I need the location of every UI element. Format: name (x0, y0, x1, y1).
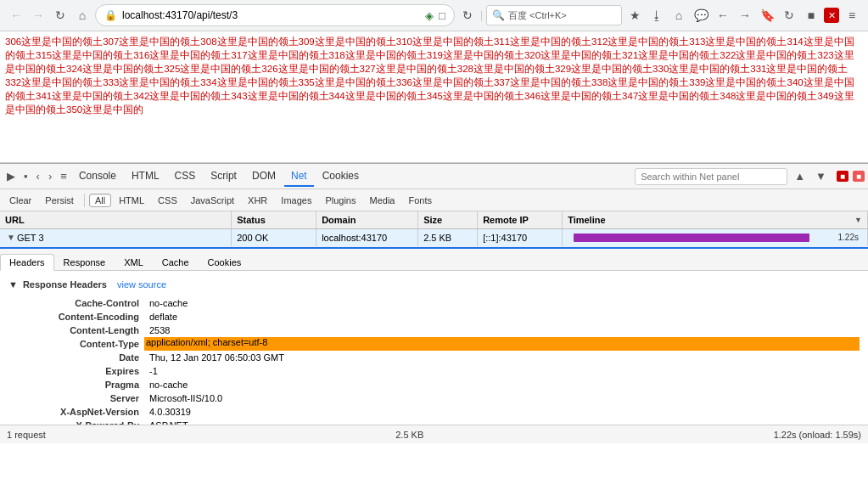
devtools-expand-btn[interactable]: ≡ (57, 168, 70, 184)
col-remoteip-header[interactable]: Remote IP (478, 211, 563, 228)
tab-dom[interactable]: DOM (245, 166, 283, 187)
devtools-toolbar: ▶ ▪ ‹ › ≡ Console HTML CSS Script DOM Ne… (0, 164, 868, 189)
table-row[interactable]: ▼ GET 3 200 OK localhost:43170 2.5 KB [:… (0, 229, 868, 247)
home-btn2[interactable]: ⌂ (669, 6, 688, 25)
devtools-search-area: ▲ ▼ ■ ■ (635, 168, 865, 185)
header-name: Pragma (8, 378, 144, 391)
close-btn[interactable]: ✕ (824, 8, 839, 23)
chat-btn[interactable]: 💬 (692, 6, 710, 25)
url-input[interactable]: localhost:43170/api/test/3 (122, 9, 420, 21)
filter-xhr[interactable]: XHR (242, 194, 273, 207)
refresh-btn2[interactable]: ↻ (458, 6, 477, 25)
size-col-label: Size (423, 215, 442, 225)
star-button[interactable]: ★ (625, 6, 644, 25)
minimize-panel-btn[interactable]: ■ (853, 171, 865, 182)
filter-html[interactable]: HTML (113, 194, 150, 207)
filter-media[interactable]: Media (363, 194, 400, 207)
header-value: -1 (144, 364, 860, 378)
col-domain-header[interactable]: Domain (316, 211, 418, 228)
requests-count: 1 request (7, 430, 46, 440)
details-tab-cache[interactable]: Cache (153, 254, 199, 270)
response-headers-section: ▼ Response Headers view source (8, 276, 860, 293)
header-row: Content-Typeapplication/xml; charset=utf… (8, 337, 860, 351)
filter-divider (84, 194, 85, 207)
header-row: Content-Length2538 (8, 324, 860, 337)
status-col-label: Status (237, 215, 266, 225)
header-value: no-cache (144, 378, 860, 391)
header-name: Content-Length (8, 324, 144, 337)
secure-icon: 🔒 (104, 9, 117, 21)
forward-button[interactable]: → (29, 6, 48, 25)
row-expand-btn[interactable]: ▼ (5, 233, 17, 242)
devtools-next-btn[interactable]: › (45, 168, 55, 184)
back-btn2[interactable]: ← (714, 6, 732, 25)
separator: | (480, 9, 483, 21)
persist-btn[interactable]: Persist (39, 194, 80, 207)
col-timeline-header[interactable]: Timeline ▼ (563, 211, 868, 228)
details-tabs: Headers Response XML Cache Cookies (0, 249, 868, 271)
header-name: Date (8, 351, 144, 364)
col-size-header[interactable]: Size (418, 211, 478, 228)
header-row: X-AspNet-Version4.0.30319 (8, 405, 860, 419)
forward-btn2[interactable]: → (736, 6, 754, 25)
tab-script[interactable]: Script (204, 166, 244, 187)
sync-btn[interactable]: ↻ (780, 6, 798, 25)
filter-fonts[interactable]: Fonts (402, 194, 438, 207)
view-source-link[interactable]: view source (117, 279, 166, 290)
details-content: ▼ Response Headers view source Cache-Con… (0, 271, 868, 425)
download-btn[interactable]: ⭳ (647, 6, 666, 25)
net-search-input[interactable] (635, 168, 787, 185)
tab-html[interactable]: HTML (125, 166, 166, 187)
devtools-prev-btn[interactable]: ‹ (33, 168, 43, 184)
search-up-btn[interactable]: ▲ (791, 168, 809, 184)
menu-btn[interactable]: ≡ (843, 6, 861, 25)
search-magnify-icon: 🔍 (492, 9, 505, 21)
headers-table: Cache-Controlno-cacheContent-Encodingdef… (8, 296, 860, 425)
clear-btn[interactable]: Clear (3, 194, 37, 207)
header-value: 4.0.30319 (144, 405, 860, 419)
bookmark-btn[interactable]: 🔖 (758, 6, 776, 25)
col-status-header[interactable]: Status (232, 211, 316, 228)
filter-all[interactable]: All (89, 194, 111, 207)
tab-console[interactable]: Console (72, 166, 123, 187)
shield-green-icon: ◈ (425, 9, 434, 22)
total-size: 2.5 KB (395, 430, 423, 440)
header-value: Microsoft-IIS/10.0 (144, 391, 860, 405)
timeline-bar (574, 234, 809, 242)
header-value: deflate (144, 310, 860, 324)
devtools-pick-btn[interactable]: ▪ (20, 168, 31, 184)
header-row: DateThu, 12 Jan 2017 06:50:03 GMT (8, 351, 860, 364)
col-url-header[interactable]: URL (0, 211, 232, 228)
extension-btn[interactable]: ■ (802, 6, 820, 25)
details-tab-cookies[interactable]: Cookies (199, 254, 251, 270)
header-name: Cache-Control (8, 296, 144, 310)
back-button[interactable]: ← (7, 6, 25, 25)
filter-javascript[interactable]: JavaScript (185, 194, 240, 207)
filter-plugins[interactable]: Plugins (319, 194, 361, 207)
filter-css[interactable]: CSS (152, 194, 183, 207)
domain-col-label: Domain (322, 215, 356, 225)
tab-css[interactable]: CSS (168, 166, 203, 187)
filter-images[interactable]: Images (275, 194, 317, 207)
response-headers-expand[interactable]: ▼ Response Headers (8, 276, 107, 293)
header-row: X-Powered-ByASP.NET (8, 419, 860, 425)
details-tab-xml[interactable]: XML (115, 254, 153, 270)
response-headers-label: Response Headers (23, 279, 107, 290)
home-button[interactable]: ⌂ (73, 6, 92, 25)
header-value: Thu, 12 Jan 2017 06:50:03 GMT (144, 351, 860, 364)
tab-net[interactable]: Net (284, 166, 314, 187)
sort-arrow-icon: ▼ (854, 216, 862, 224)
expand-icon: ▼ (8, 279, 18, 290)
total-time: 1.22s (onload: 1.59s) (774, 430, 861, 440)
devtools-inspect-btn[interactable]: ▶ (3, 168, 19, 184)
search-down-btn[interactable]: ▼ (812, 168, 830, 184)
details-tab-response[interactable]: Response (54, 254, 115, 270)
details-tab-headers[interactable]: Headers (0, 254, 54, 271)
page-content-area: 306这里是中国的领土307这里是中国的领土308这里是中国的领土309这里是中… (0, 31, 868, 163)
details-panel: Headers Response XML Cache Cookies ▼ Res… (0, 247, 868, 425)
close-panel-btn[interactable]: ■ (837, 171, 848, 182)
devtools-panel: ▶ ▪ ‹ › ≡ Console HTML CSS Script DOM Ne… (0, 163, 868, 443)
refresh-button[interactable]: ↻ (51, 6, 70, 25)
remoteip-col-label: Remote IP (483, 215, 529, 225)
tab-cookies[interactable]: Cookies (316, 166, 366, 187)
